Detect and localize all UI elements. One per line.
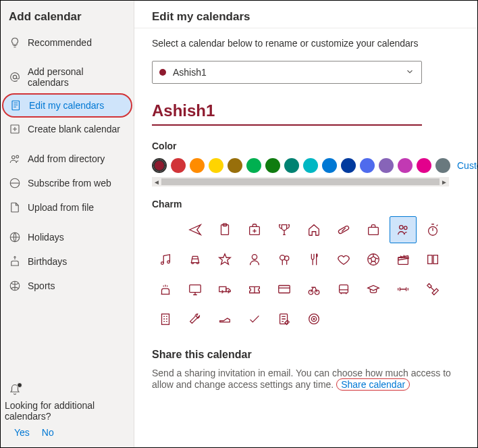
color-swatch[interactable] (360, 158, 375, 173)
charm-card[interactable] (271, 276, 298, 303)
sidebar-item-label: Upload from file (28, 202, 94, 213)
color-swatch[interactable] (435, 158, 450, 173)
sidebar-item-label: Add personal calendars (28, 66, 126, 88)
color-swatch[interactable] (322, 158, 337, 173)
color-swatch[interactable] (341, 158, 356, 173)
svg-point-14 (404, 226, 407, 230)
charm-clipboard[interactable] (211, 216, 238, 243)
footer-question: Looking for additional calendars? (5, 400, 126, 422)
svg-rect-12 (369, 227, 379, 234)
charm-trophy[interactable] (271, 216, 298, 243)
color-scrollbar[interactable]: ◄ ► (152, 177, 449, 186)
charm-home[interactable] (300, 216, 327, 243)
sidebar-item-create-blank[interactable]: Create blank calendar (1, 117, 134, 141)
charm-bus[interactable] (330, 276, 357, 303)
sidebar-item-birthdays[interactable]: Birthdays (1, 249, 134, 274)
svg-point-3 (12, 156, 16, 159)
charm-stopwatch[interactable] (419, 216, 446, 243)
color-swatch[interactable] (303, 158, 318, 173)
charm-music[interactable] (152, 246, 179, 273)
color-swatch[interactable] (190, 158, 205, 173)
color-swatch[interactable] (379, 158, 394, 173)
color-swatch[interactable] (398, 158, 413, 173)
sidebar-item-add-personal[interactable]: Add personal calendars (1, 60, 134, 94)
color-swatch[interactable] (417, 158, 431, 173)
color-swatch[interactable] (246, 158, 261, 173)
charm-truck[interactable] (211, 276, 238, 303)
sidebar: Add calendar Recommended Add personal ca… (1, 1, 134, 447)
charm-ticket[interactable] (241, 276, 268, 303)
charm-cake[interactable] (152, 276, 179, 303)
sidebar-item-label: Add from directory (28, 153, 105, 164)
charm-bike[interactable] (300, 276, 327, 303)
charm-heart[interactable] (330, 246, 357, 273)
scroll-thumb[interactable] (161, 178, 440, 185)
sports-icon (9, 280, 21, 292)
color-swatch[interactable] (152, 158, 167, 173)
charm-fork[interactable] (300, 246, 327, 273)
share-heading: Share this calendar (152, 349, 460, 361)
share-calendar-link[interactable]: Share calendar (336, 378, 410, 391)
sidebar-item-edit-calendars[interactable]: Edit my calendars (3, 95, 131, 116)
sidebar-item-subscribe-web[interactable]: Subscribe from web (1, 171, 134, 195)
page-edit-icon (10, 99, 22, 111)
charm-book[interactable] (419, 246, 446, 273)
charm-clapper[interactable] (390, 246, 417, 273)
charm-check[interactable] (241, 305, 268, 332)
charm-medkit[interactable] (241, 216, 268, 243)
page-title: Edit my calendars (152, 10, 460, 24)
color-swatch[interactable] (209, 158, 223, 173)
sidebar-item-label: Edit my calendars (29, 100, 104, 111)
charm-pill[interactable] (330, 216, 357, 243)
sidebar-item-add-directory[interactable]: Add from directory (1, 147, 134, 171)
footer-yes-link[interactable]: Yes (14, 427, 30, 438)
sidebar-item-upload-file[interactable]: Upload from file (1, 195, 134, 220)
plus-box-icon (9, 123, 21, 135)
svg-point-0 (13, 75, 16, 78)
scroll-left-icon[interactable]: ◄ (153, 178, 160, 186)
main-panel: Edit my calendars Select a calendar belo… (134, 1, 477, 447)
sidebar-item-sports[interactable]: Sports (1, 274, 134, 298)
calendar-name-input[interactable]: Ashish1 (152, 101, 422, 126)
scroll-right-icon[interactable]: ► (441, 178, 448, 186)
color-swatch[interactable] (284, 158, 299, 173)
svg-point-16 (161, 262, 164, 265)
sidebar-item-label: Create blank calendar (28, 124, 120, 134)
charm-tools[interactable] (419, 276, 446, 303)
sidebar-item-label: Sports (28, 280, 55, 291)
charm-shoe[interactable] (211, 305, 238, 332)
color-swatch[interactable] (228, 158, 242, 173)
sidebar-item-label: Subscribe from web (28, 178, 111, 189)
color-swatch[interactable] (171, 158, 186, 173)
svg-rect-1 (12, 101, 20, 110)
svg-point-18 (252, 255, 257, 259)
custom-color-link[interactable]: Custom (457, 160, 477, 171)
charm-blank[interactable] (152, 216, 179, 243)
charm-building[interactable] (152, 305, 179, 332)
charm-wrench[interactable] (182, 305, 209, 332)
notification-bell-icon[interactable] (9, 384, 21, 396)
color-section-label: Color (152, 141, 460, 151)
footer-no-link[interactable]: No (42, 427, 54, 438)
charm-briefcase[interactable] (360, 216, 387, 243)
upload-icon (9, 201, 21, 214)
sidebar-item-holidays[interactable]: Holidays (1, 225, 134, 249)
charm-person[interactable] (241, 246, 268, 273)
charm-soccer[interactable] (360, 246, 387, 273)
charm-note-edit[interactable] (271, 305, 298, 332)
charm-car[interactable] (182, 246, 209, 273)
charm-gradcap[interactable] (360, 276, 387, 303)
charm-star[interactable] (211, 246, 238, 273)
svg-rect-25 (279, 286, 290, 293)
charm-people[interactable] (390, 216, 417, 243)
sidebar-item-recommended[interactable]: Recommended (1, 30, 134, 55)
calendar-select[interactable]: Ashish1 (152, 61, 422, 84)
svg-point-19 (280, 255, 285, 260)
charm-plane[interactable] (182, 216, 209, 243)
color-swatch[interactable] (265, 158, 280, 173)
svg-point-33 (313, 318, 315, 320)
charm-target[interactable] (300, 305, 327, 332)
charm-monitor[interactable] (182, 276, 209, 303)
charm-dumbbell[interactable] (390, 276, 417, 303)
charm-balloons[interactable] (271, 246, 298, 273)
